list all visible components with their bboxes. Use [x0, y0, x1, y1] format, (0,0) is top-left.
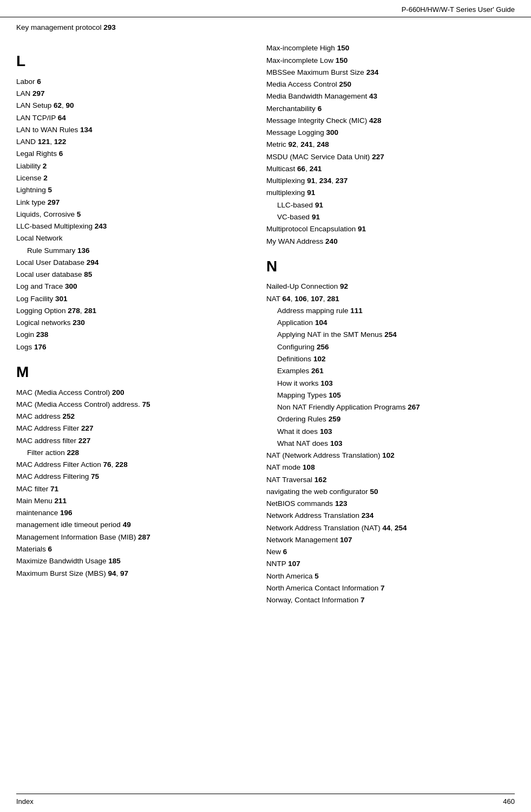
entry-text: Log and Trace [16, 282, 65, 290]
entry-text: LAN TCP/IP [16, 114, 58, 122]
list-item: NetBIOS commands 123 [266, 498, 515, 510]
list-item: Local Network [16, 232, 245, 244]
entry-text: management idle timeout period [16, 521, 123, 529]
top-entry-text: Key management protocol [16, 23, 103, 31]
entry-text: Applying NAT in the SMT Menus [277, 330, 384, 339]
entry-text: Logical networks [16, 319, 73, 327]
list-item: Log and Trace 300 [16, 281, 245, 293]
list-item: MAC Address Filtering 75 [16, 471, 245, 483]
entry-text: Examples [277, 367, 311, 375]
entry-text: NAT (Network Address Translation) [266, 451, 382, 459]
entry-text: NetBIOS commands [266, 499, 335, 508]
list-item: How it works 103 [266, 378, 515, 389]
entry-text: MAC (Media Access Control) address. [16, 400, 142, 408]
list-item: Multicast 66, 241 [266, 163, 515, 175]
entry-text: Ordering Rules [277, 415, 329, 423]
list-item: MAC address filter 227 [16, 435, 245, 447]
entry-text: Local Network [16, 234, 63, 242]
entry-text: Maximum Burst Size (MBS) [16, 569, 108, 577]
entry-text: Rule Summary [27, 246, 77, 255]
entry-text: MAC Address Filter [16, 424, 81, 432]
list-item: Logical networks 230 [16, 317, 245, 329]
list-item: New 6 [266, 546, 515, 558]
entry-text: Network Management [266, 536, 340, 544]
entry-text: MSDU (MAC Service Data Unit) [266, 153, 372, 161]
list-item: Link type 297 [16, 197, 245, 209]
entry-text: NNTP [266, 560, 288, 568]
list-item: Max-incomplete Low 150 [266, 55, 515, 67]
entry-text: Norway, Contact Information [266, 596, 360, 604]
list-item: MAC address 252 [16, 411, 245, 423]
list-item: LAN Setup 62, 90 [16, 100, 245, 112]
list-item: NAT mode 108 [266, 462, 515, 473]
list-item: Address mapping rule 111 [266, 305, 515, 317]
list-item: Legal Rights 6 [16, 148, 245, 160]
list-item: Lightning 5 [16, 184, 245, 196]
entry-text: Local User Database [16, 258, 87, 267]
entry-text: Labor [16, 77, 37, 86]
list-item: North America Contact Information 7 [266, 582, 515, 594]
list-item: Maximize Bandwidth Usage 185 [16, 555, 245, 567]
list-item: Log Facility 301 [16, 293, 245, 305]
list-item: Filter action 228 [16, 447, 245, 459]
entry-text: Mapping Types [277, 391, 329, 399]
entry-text: How it works [277, 379, 320, 387]
entry-text: Legal Rights [16, 150, 59, 158]
footer-right: 460 [503, 797, 515, 805]
list-item: Nailed-Up Connection 92 [266, 281, 515, 293]
list-item: Metric 92, 241, 248 [266, 139, 515, 151]
list-item: navigating the web configurator 50 [266, 486, 515, 498]
list-item: MBSSee Maximum Burst Size 234 [266, 67, 515, 79]
entry-text: Logs [16, 343, 34, 351]
list-item: Max-incomplete High 150 [266, 42, 515, 54]
entry-text: Metric [266, 140, 289, 148]
right-column: Max-incomplete High 150Max-incomplete Lo… [255, 37, 515, 606]
entry-text: Media Access Control [266, 80, 339, 88]
entry-text: Application [277, 319, 315, 327]
entry-text: Local user database [16, 270, 84, 278]
list-item: What NAT does 103 [266, 438, 515, 450]
entry-text: LAN Setup [16, 101, 54, 109]
entry-text: Login [16, 330, 36, 339]
entry-text: VC-based [277, 213, 312, 221]
entry-text: Nailed-Up Connection [266, 282, 340, 290]
list-item: Local User Database 294 [16, 257, 245, 269]
entry-text: navigating the web configurator [266, 488, 370, 496]
list-item: MAC (Media Access Control) 200 [16, 387, 245, 399]
entry-text: North America [266, 572, 314, 580]
list-item: LAND 121, 122 [16, 136, 245, 148]
list-item: Multiprotocol Encapsulation 91 [266, 223, 515, 235]
section-l-label: L [16, 52, 245, 70]
list-item: Non NAT Friendly Application Programs 26… [266, 401, 515, 413]
list-item: Liability 2 [16, 160, 245, 172]
list-item: Application 104 [266, 317, 515, 329]
list-item: LAN to WAN Rules 134 [16, 124, 245, 136]
list-item: LLC-based 91 [266, 199, 515, 211]
entry-text: Main Menu [16, 497, 55, 505]
list-item: Management Information Base (MIB) 287 [16, 531, 245, 543]
entry-text: My WAN Address [266, 237, 325, 245]
list-item: Media Access Control 250 [266, 79, 515, 90]
entry-text: maintenance [16, 509, 60, 517]
page-footer: Index 460 [16, 794, 515, 805]
left-column: L Labor 6LAN 297LAN Setup 62, 90LAN TCP/… [16, 37, 255, 606]
list-item: Login 238 [16, 329, 245, 341]
entry-text: multiplexing [266, 189, 307, 197]
list-item: MAC (Media Access Control) address. 75 [16, 399, 245, 411]
page-header: P-660H/HW/W-T Series User' Guide [0, 0, 531, 17]
l-entries: Labor 6LAN 297LAN Setup 62, 90LAN TCP/IP… [16, 76, 245, 353]
list-item: Maximum Burst Size (MBS) 94, 97 [16, 568, 245, 580]
entry-text: License [16, 174, 43, 182]
list-item: Multiplexing 91, 234, 237 [266, 175, 515, 187]
list-item: LAN TCP/IP 64 [16, 112, 245, 124]
list-item: NAT 64, 106, 107, 281 [266, 293, 515, 305]
m-entries: MAC (Media Access Control) 200MAC (Media… [16, 387, 245, 580]
list-item: Merchantability 6 [266, 103, 515, 115]
entry-text: Non NAT Friendly Application Programs [277, 403, 408, 411]
n-entries: Nailed-Up Connection 92NAT 64, 106, 107,… [266, 281, 515, 606]
entry-text: Lightning [16, 186, 48, 194]
entry-text: LLC-based [277, 201, 315, 209]
list-item: maintenance 196 [16, 507, 245, 519]
entry-text: Multiprotocol Encapsulation [266, 225, 358, 233]
entry-text: Definitions [277, 355, 313, 363]
